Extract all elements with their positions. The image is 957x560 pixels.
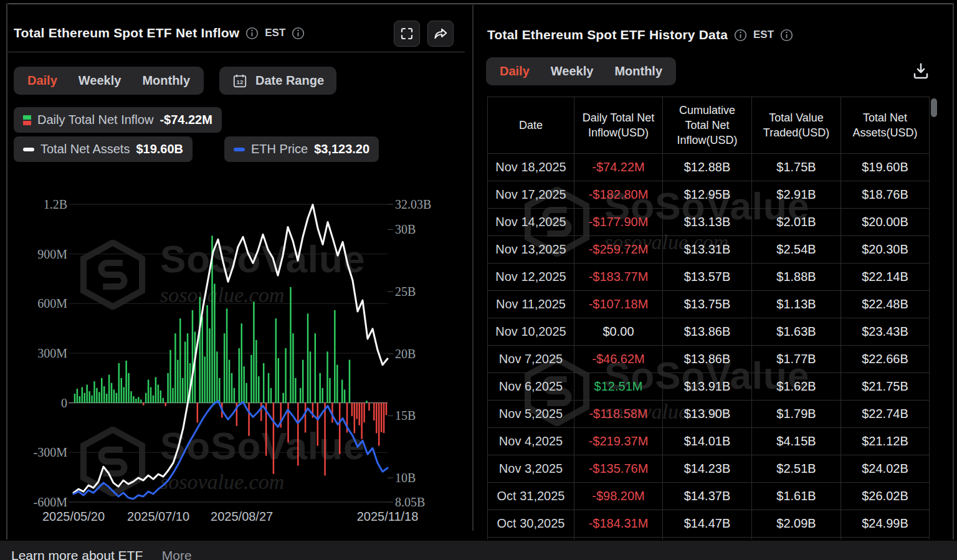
info-icon[interactable] <box>780 29 793 42</box>
cell-date: Nov 5,2025 <box>488 401 574 428</box>
fullscreen-icon <box>399 26 414 41</box>
inflow-bar <box>319 373 321 403</box>
legend-total-net-assets[interactable]: Total Net Assets $19.60B <box>14 136 193 162</box>
inflow-bar <box>111 383 113 403</box>
cell-date: Nov 4,2025 <box>488 428 574 455</box>
cell-assets: $22.66B <box>841 346 930 373</box>
cell-cumulative: $14.47B <box>663 510 752 538</box>
cell-traded: $1.75B <box>752 154 841 181</box>
cell-traded: $1.79B <box>752 401 841 428</box>
info-icon[interactable] <box>292 27 305 40</box>
date-range-label: Date Range <box>255 74 324 88</box>
cell-inflow: -$118.58M <box>574 401 663 428</box>
cell-cumulative: $14.23B <box>663 455 752 483</box>
inflow-bar <box>282 393 284 403</box>
inflow-bar <box>321 388 323 403</box>
inflow-bar <box>339 403 341 454</box>
inflow-bar <box>376 403 378 434</box>
tab-weekly[interactable]: Weekly <box>79 74 121 88</box>
cell-cumulative: $13.13B <box>663 209 752 236</box>
inflow-bar <box>113 389 115 402</box>
inflow-bar <box>83 393 85 403</box>
table-row: Nov 4,2025-$219.37M$14.01B$4.15B$21.12B <box>488 428 930 455</box>
cell-date: Nov 17,2025 <box>488 181 574 209</box>
cell-assets: $22.14B <box>841 263 930 291</box>
table-row: Nov 14,2025-$177.90M$13.13B$2.01B$20.00B <box>488 209 930 236</box>
inflow-bar <box>273 403 275 474</box>
inflow-bar <box>143 403 145 406</box>
col-total-net-assets: Total Net Assets(USD) <box>841 97 930 154</box>
inflow-bar <box>74 394 76 403</box>
inflow-bar <box>214 283 216 402</box>
inflow-bar <box>226 308 228 402</box>
inflow-bar <box>305 403 307 433</box>
date-range-button[interactable]: 12 Date Range <box>219 67 336 95</box>
share-button[interactable] <box>427 21 454 47</box>
tab-monthly[interactable]: Monthly <box>614 64 662 78</box>
net-inflow-chart[interactable] <box>6 187 467 536</box>
inflow-bar <box>278 358 280 403</box>
inflow-bar <box>239 348 240 403</box>
cell-cumulative: $13.86B <box>663 346 752 373</box>
inflow-bar <box>88 391 90 403</box>
inflow-bar <box>192 310 194 403</box>
inflow-bar <box>260 403 262 421</box>
cell-assets: $18.76B <box>841 181 930 209</box>
inflow-bar <box>315 333 317 403</box>
info-icon[interactable] <box>734 29 747 42</box>
inflow-bar <box>351 403 353 417</box>
inflow-bar <box>150 387 152 402</box>
more-link[interactable]: More <box>162 548 192 560</box>
share-icon <box>432 26 449 42</box>
info-icon[interactable] <box>245 27 259 40</box>
cell-assets: $23.43B <box>841 318 930 346</box>
inflow-bar <box>169 350 171 403</box>
table-row: Nov 7,2025-$46.62M$13.86B$1.77B$22.66B <box>488 346 930 373</box>
green-red-bar-swatch-icon <box>23 115 31 125</box>
cell-date: Nov 6,2025 <box>488 373 574 401</box>
table-row: Nov 13,2025-$259.72M$13.31B$2.54B$20.30B <box>488 236 930 263</box>
left-panel-title: Total Ethereum Spot ETF Net Inflow <box>14 26 239 40</box>
inflow-bar <box>373 403 375 420</box>
tab-weekly[interactable]: Weekly <box>551 64 594 78</box>
inflow-bar <box>125 361 127 403</box>
history-data-table[interactable]: Date Daily Total Net Inflow(USD) Cumulat… <box>487 97 930 539</box>
cell-traded: $2.54B <box>752 236 841 263</box>
cell-date: Nov 12,2025 <box>488 263 574 291</box>
tab-daily[interactable]: Daily <box>27 74 57 88</box>
fullscreen-button[interactable] <box>394 21 420 47</box>
inflow-bar <box>270 388 272 403</box>
inflow-bar <box>153 396 155 403</box>
table-row: Nov 5,2025-$118.58M$13.90B$1.79B$22.74B <box>488 401 930 428</box>
table-row: Nov 18,2025-$74.22M$12.88B$1.75B$19.60B <box>488 154 930 181</box>
table-scrollbar-thumb[interactable] <box>931 98 937 117</box>
inflow-bar <box>206 305 208 403</box>
inflow-bar <box>86 384 88 402</box>
col-total-value-traded: Total Value Traded(USD) <box>752 97 841 154</box>
cell-assets: $21.12B <box>841 428 930 455</box>
cell-inflow: -$81.44M <box>574 538 663 540</box>
right-panel-header: Total Ethereum Spot ETF History Data EST <box>487 22 793 47</box>
inflow-bar <box>341 379 343 402</box>
footer-bar: Learn more about ETF More <box>0 541 957 560</box>
inflow-bar <box>182 378 184 403</box>
tab-monthly[interactable]: Monthly <box>142 74 190 88</box>
table-row: Nov 6,2025$12.51M$13.91B$1.62B$21.75B <box>488 373 930 401</box>
inflow-bar <box>123 387 125 402</box>
cell-traded: $2.01B <box>752 209 841 236</box>
cell-assets: $20.00B <box>841 209 930 236</box>
inflow-bar <box>386 403 388 415</box>
inflow-bar <box>164 403 166 406</box>
legend-eth-price[interactable]: ETH Price $3,123.20 <box>224 136 379 162</box>
inflow-bar <box>138 397 140 402</box>
inflow-bar <box>219 378 221 403</box>
tab-daily[interactable]: Daily <box>500 64 530 78</box>
cell-traded: $2.51B <box>752 455 841 483</box>
cell-date: Nov 11,2025 <box>488 291 574 318</box>
table-row: Nov 10,2025$0.00$13.86B$1.63B$23.43B <box>488 318 930 346</box>
cell-cumulative: $14.01B <box>663 428 752 455</box>
download-button[interactable] <box>911 61 931 83</box>
inflow-bar <box>79 396 81 403</box>
legend-daily-net-inflow[interactable]: Daily Total Net Inflow -$74.22M <box>14 107 222 133</box>
inflow-bar <box>116 393 118 403</box>
